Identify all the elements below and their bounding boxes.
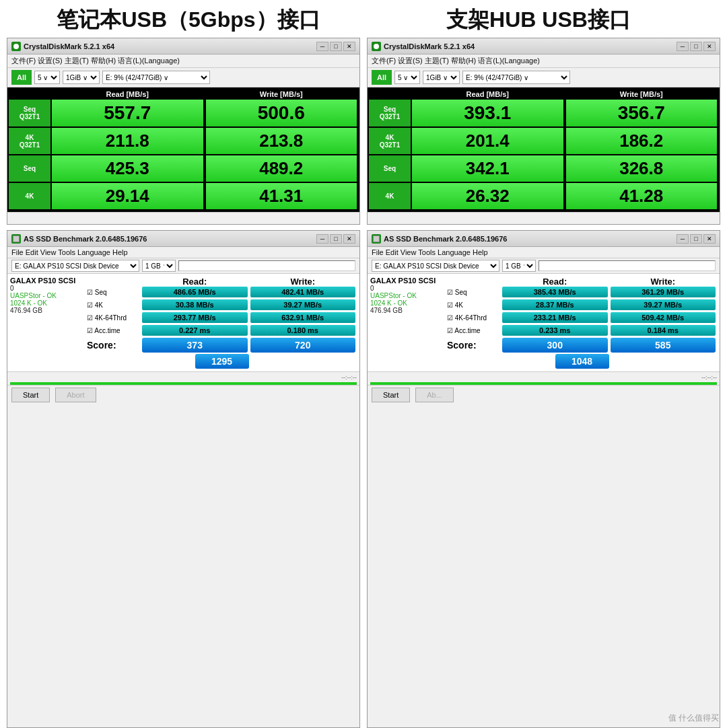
left-cdm-label-0: SeqQ32T1 [9,100,50,126]
right-asssd-abort-button[interactable]: Ab... [415,388,454,402]
right-asssd-drive-select[interactable]: E: GALAX PS10 SCSI Disk Device [372,260,499,272]
left-title: 笔记本USB（5Gbps）接口 [13,5,364,35]
right-cdm-write-2: 326.8 [566,155,718,182]
left-asssd-label-2: ☑ 4K-64Thrd [87,314,141,322]
left-cdm-row-1: 4KQ32T1 211.8 213.8 [9,128,358,154]
left-asssd-titlebar: AS SSD Benchmark 2.0.6485.19676 ─ □ ✕ [7,231,359,247]
left-asssd-label-3: ☑ Acc.time [87,327,141,334]
right-cdm-read-header: Read [MB/s] [411,89,565,100]
left-cdm-write-0: 500.6 [206,100,357,126]
left-asssd-score-write: 720 [250,338,356,353]
right-cdm-drive-select[interactable]: E: 9% (42/477GiB) ∨ [462,71,570,84]
left-cdm-window: CrystalDiskMark 5.2.1 x64 ─ □ ✕ 文件(F) 设置… [7,38,360,225]
right-asssd-info: GALAX PS10 SCSI 0 UASPStor - OK 1024 K -… [370,277,444,369]
watermark: 值 什么值得买 [668,713,719,724]
left-cdm-label-3: 4K [9,183,50,209]
left-asssd-size-select[interactable]: 1 GB ∨ [142,260,176,272]
left-asssd-read-2: 293.77 MB/s [142,312,248,323]
left-asssd-drive-select[interactable]: E: GALAX PS10 SCSI Disk Device [11,260,139,272]
right-cdm-label-1: 4KQ32T1 [369,128,411,154]
right-asssd-write-2: 509.42 MB/s [611,312,716,323]
left-cdm-read-1: 211.8 [52,128,203,154]
right-asssd-row-0: ☑ Seq 385.43 MB/s 361.29 MB/s [447,287,717,297]
right-asssd-label-0: ☑ Seq [447,289,501,296]
right-asssd-close[interactable]: ✕ [703,234,716,244]
right-cdm-count-select[interactable]: 5 ∨ [394,71,420,84]
right-cdm-window: CrystalDiskMark 5.2.1 x64 ─ □ ✕ 文件(F) 设置… [367,38,720,225]
minimize-button[interactable]: ─ [316,42,328,51]
right-asssd-window: AS SSD Benchmark 2.0.6485.19676 ─ □ ✕ Fi… [367,230,720,728]
left-asssd-minimize[interactable]: ─ [316,234,328,244]
right-cdm-size-select[interactable]: 1GiB ∨ [423,71,460,84]
right-cdm-close[interactable]: ✕ [703,42,716,51]
cdm-icon [11,42,21,51]
left-asssd-write-header: Write: [249,277,357,287]
right-asssd-label-2: ☑ 4K-64Thrd [447,314,501,322]
left-asssd-info: GALAX PS10 SCSI 0 UASPStor - OK 1024 K -… [10,277,84,369]
left-asssd-title: AS SSD Benchmark 2.0.6485.19676 [24,235,147,243]
left-asssd-label-0: ☑ Seq [87,289,141,296]
svg-point-3 [374,44,379,49]
right-cdm-all-button[interactable]: All [372,70,392,85]
asssd-icon-left [11,234,21,244]
left-asssd-write-2: 632.91 MB/s [250,312,356,323]
left-cdm-read-2: 425.3 [52,155,203,182]
right-cdm-label-3: 4K [369,183,411,209]
left-cdm-footer [7,212,359,224]
left-asssd-start-button[interactable]: Start [11,388,50,402]
asssd-icon-right [372,234,381,244]
close-button[interactable]: ✕ [343,42,355,51]
right-asssd-time: --:--:-- [701,374,717,381]
left-asssd-write-3: 0.180 ms [250,325,356,336]
left-asssd-row-0: ☑ Seq 486.65 MB/s 482.41 MB/s [87,287,357,297]
left-asssd-size: 476.94 GB [10,307,84,314]
right-asssd-toolbar: E: GALAX PS10 SCSI Disk Device 1 GB ∨ [368,258,720,274]
left-asssd-ok2: 1024 K - OK [10,299,84,307]
left-asssd-maximize[interactable]: □ [330,234,342,244]
right-asssd-start-button[interactable]: Start [372,388,410,402]
right-asssd-body: GALAX PS10 SCSI 0 UASPStor - OK 1024 K -… [368,274,720,371]
right-asssd-ok1: UASPStor - OK [370,292,444,299]
svg-rect-5 [374,236,379,242]
left-cdm-read-0: 557.7 [52,100,203,126]
left-cdm-size-select[interactable]: 1GiB ∨ [63,71,100,84]
left-cdm-titlebar: CrystalDiskMark 5.2.1 x64 ─ □ ✕ [7,38,359,54]
left-cdm-toolbar: All 5 ∨ 1GiB ∨ E: 9% (42/477GiB) ∨ [7,68,359,87]
left-cdm-row-3: 4K 29.14 41.31 [9,183,358,209]
left-asssd-total: 1295 [195,354,249,369]
right-cdm-row-2: Seq 342.1 326.8 [369,155,718,182]
cdm-icon-right [372,42,381,51]
svg-rect-2 [13,236,19,242]
right-cdm-minimize[interactable]: ─ [677,42,689,51]
right-asssd-minimize[interactable]: ─ [677,234,689,244]
left-asssd-progress [178,260,355,271]
right-asssd-size-select[interactable]: 1 GB ∨ [502,260,536,272]
right-asssd-read-1: 28.37 MB/s [502,299,608,310]
right-asssd-write-0: 361.29 MB/s [611,287,716,297]
right-title: 支架HUB USB接口 [364,5,714,35]
left-cdm-all-button[interactable]: All [11,70,32,85]
left-asssd-abort-button[interactable]: Abort [55,388,96,402]
left-cdm-count-select[interactable]: 5 ∨ [34,71,60,84]
left-cdm-row-2: Seq 425.3 489.2 [9,155,358,182]
left-cdm-write-2: 489.2 [206,155,357,182]
left-asssd-close[interactable]: ✕ [343,234,355,244]
left-asssd-write-0: 482.41 MB/s [250,287,356,297]
left-cdm-read-3: 29.14 [52,183,203,209]
left-asssd-statusbar: --:--:-- [7,371,359,382]
right-asssd-read-3: 0.233 ms [502,325,608,336]
left-cdm-read-header: Read [MB/s] [50,89,205,100]
left-cdm-write-1: 213.8 [206,128,357,154]
right-asssd-maximize[interactable]: □ [690,234,702,244]
right-cdm-maximize[interactable]: □ [690,42,702,51]
left-cdm-menubar: 文件(F) 设置(S) 主題(T) 帮助(H) 语言(L)(Language) [7,54,359,68]
left-asssd-label-1: ☑ 4K [87,301,141,309]
right-cdm-titlebar: CrystalDiskMark 5.2.1 x64 ─ □ ✕ [368,38,720,54]
left-cdm-drive-select[interactable]: E: 9% (42/477GiB) ∨ [102,71,210,84]
top-labels: 笔记本USB（5Gbps）接口 支架HUB USB接口 [0,0,727,38]
right-cdm-read-0: 393.1 [412,100,563,126]
right-cdm-header: Read [MB/s] Write [MB/s] [369,89,718,100]
right-cdm-menubar: 文件(F) 设置(S) 主題(T) 帮助(H) 语言(L)(Language) [368,54,720,68]
maximize-button[interactable]: □ [330,42,342,51]
right-cdm-read-2: 342.1 [412,155,563,182]
